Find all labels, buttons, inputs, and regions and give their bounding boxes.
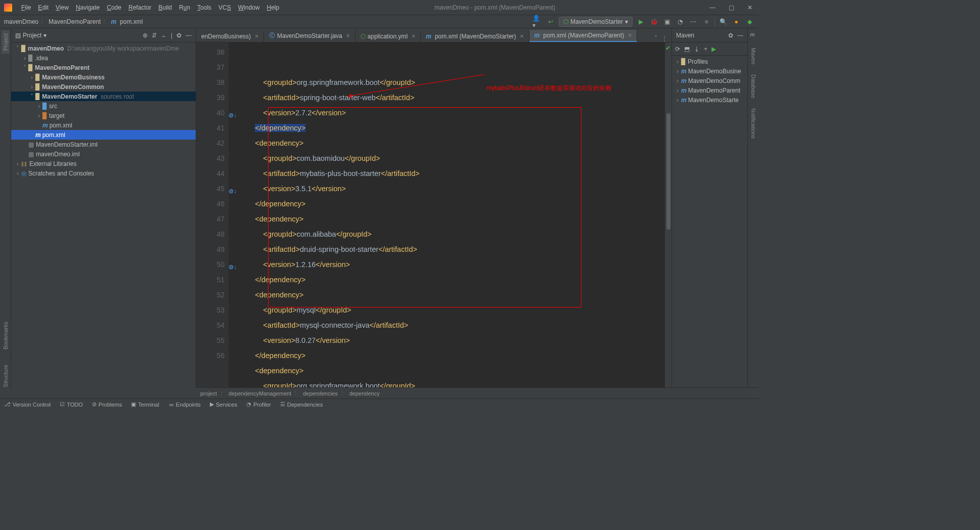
code-line[interactable]: <groupId>mysql</groupId>	[239, 302, 664, 318]
inspection-ok-icon[interactable]: ✔	[665, 45, 671, 52]
tool-version-control[interactable]: ⎇Version Control	[4, 401, 51, 408]
settings-icon[interactable]: ✿	[176, 32, 182, 39]
tree-root[interactable]: ˅▉mavenDmeo D:\wukangyou\My workspace\ma…	[11, 43, 196, 53]
code-line[interactable]: <dependency>	[239, 287, 664, 302]
code-line[interactable]: <dependency>	[239, 136, 664, 151]
tree-parent-pom[interactable]: mpom.xml	[11, 130, 196, 140]
minimize-button[interactable]: —	[707, 3, 718, 12]
reload-icon[interactable]: ⟳	[675, 46, 680, 53]
add-maven-icon[interactable]: +	[704, 46, 707, 53]
menu-refactor[interactable]: Refactor	[125, 2, 154, 13]
menu-build[interactable]: Build	[155, 2, 175, 13]
tab-business-pom[interactable]: enDemoBusiness)×	[196, 31, 264, 42]
tree-common[interactable]: ›▉MavenDemoCommon	[11, 82, 196, 92]
tree-src[interactable]: ›▉src	[11, 101, 196, 111]
crumb-project[interactable]: project	[200, 390, 217, 396]
code-line[interactable]: <artifactId>mysql-connector-java</artifa…	[239, 318, 664, 333]
crumb-depmgmt[interactable]: dependencyManagement	[229, 390, 291, 396]
breadcrumb-module[interactable]: MavenDemoParent	[49, 18, 101, 25]
run-configuration-selector[interactable]: ⬡ MavenDemoStarter ▾	[559, 17, 633, 27]
tab-starter-pom[interactable]: mpom.xml (MavenDemoStarter)×	[421, 31, 529, 42]
menu-vcs[interactable]: VCS	[215, 2, 234, 13]
menu-view[interactable]: View	[53, 2, 72, 13]
tool-services[interactable]: ▶Services	[210, 401, 237, 408]
close-icon[interactable]: ×	[520, 33, 524, 40]
menu-run[interactable]: Run	[176, 2, 193, 13]
close-icon[interactable]: ×	[628, 32, 632, 39]
search-everywhere-button[interactable]: 🔍	[718, 17, 728, 27]
code-line[interactable]: <version>2.7.2</version>	[239, 105, 664, 120]
run-maven-icon[interactable]: ▶	[711, 46, 716, 53]
tool-todo[interactable]: ☑TODO	[60, 401, 83, 408]
tree-root-iml[interactable]: ▦mavenDmeo.iml	[11, 149, 196, 159]
code-line[interactable]: <artifactId>druid-spring-boot-starter</a…	[239, 242, 664, 257]
project-view-title[interactable]: Project	[23, 32, 41, 39]
tab-parent-pom[interactable]: mpom.xml (MavenDemoParent)×	[529, 30, 638, 42]
ide-updates-icon[interactable]: ●	[731, 17, 741, 27]
code-line[interactable]: <version>8.0.27</version>	[239, 333, 664, 348]
code-line[interactable]: <artifactId>mybatis-plus-boot-starter</a…	[239, 166, 664, 181]
tree-starter-iml[interactable]: ▦MavenDemoStarter.iml	[11, 140, 196, 149]
chevron-down-icon[interactable]: ˅	[654, 35, 657, 42]
collapse-all-icon[interactable]: ⫠	[161, 32, 167, 39]
more-tabs-icon[interactable]: ⋮	[661, 35, 667, 42]
expand-all-icon[interactable]: ⇵	[152, 32, 157, 39]
tree-target[interactable]: ›▉target	[11, 111, 196, 120]
menu-window[interactable]: Window	[235, 2, 263, 13]
maven-tab-icon[interactable]: m	[750, 31, 755, 37]
maven-mod-common[interactable]: ›mMavenDemoComm	[672, 76, 747, 85]
maven-mod-business[interactable]: ›mMavenDemoBusine	[672, 66, 747, 76]
close-icon[interactable]: ×	[255, 33, 258, 40]
menu-code[interactable]: Code	[104, 2, 124, 13]
tree-starter[interactable]: ˅▉MavenDemoStarter sources root	[11, 92, 196, 101]
tool-bookmarks-tab[interactable]: Bookmarks	[3, 322, 9, 349]
generate-sources-icon[interactable]: ⬒	[684, 46, 690, 53]
editor-scrollbar[interactable]: ✔	[664, 42, 672, 387]
code-editor[interactable]: 3637383940414243444546474849505152535455…	[196, 42, 672, 387]
code-line[interactable]: </dependency>	[239, 196, 664, 211]
tool-profiler[interactable]: ◔Profiler	[246, 401, 271, 408]
tree-starter-pom[interactable]: mpom.xml	[11, 120, 196, 130]
code-line[interactable]: <version>3.5.1</version>	[239, 181, 664, 196]
settings-icon[interactable]: ✿	[728, 32, 733, 39]
tool-database-tab[interactable]: Database	[750, 74, 756, 98]
menu-tools[interactable]: Tools	[194, 2, 214, 13]
tree-scratches[interactable]: ›◎Scratches and Consoles	[11, 168, 196, 178]
code-with-me-icon[interactable]: ◆	[744, 17, 754, 27]
tool-endpoints[interactable]: ⫘Endpoints	[168, 402, 201, 408]
breadcrumb-file[interactable]: pom.xml	[120, 18, 143, 25]
code-line[interactable]: <groupId>com.baomidou</groupId>	[239, 151, 664, 166]
hide-icon[interactable]: —	[186, 32, 192, 39]
coverage-button[interactable]: ▣	[662, 17, 672, 27]
tool-notifications-tab[interactable]: Notifications	[750, 108, 756, 139]
run-button[interactable]: ▶	[636, 17, 646, 27]
code-line[interactable]: <groupId>com.alibaba</groupId>	[239, 227, 664, 242]
tab-starter-java[interactable]: ⒸMavenDemoStarter.java×	[264, 29, 355, 42]
line-gutter[interactable]: 3637383940414243444546474849505152535455…	[196, 42, 229, 387]
back-icon[interactable]: ↩	[546, 17, 556, 27]
code-line[interactable]: <groupId>org.springframework.boot</group…	[239, 378, 664, 387]
maven-mod-parent[interactable]: ›mMavenDemoParent	[672, 85, 747, 95]
tool-structure-tab[interactable]: Structure	[3, 365, 9, 387]
close-button[interactable]: ✕	[745, 3, 754, 12]
user-dropdown-icon[interactable]: 👤▾	[532, 17, 543, 27]
tool-project-tab[interactable]: Project	[2, 30, 10, 54]
tool-terminal[interactable]: ▣Terminal	[131, 401, 159, 408]
close-icon[interactable]: ×	[346, 32, 350, 39]
menu-navigate[interactable]: Navigate	[73, 2, 103, 13]
debug-button[interactable]: 🐞	[649, 17, 659, 27]
hide-icon[interactable]: —	[737, 32, 743, 39]
chevron-down-icon[interactable]: ▾	[43, 32, 47, 39]
maven-mod-starter[interactable]: ›mMavenDemoStarte	[672, 95, 747, 105]
scrollbar-thumb[interactable]	[666, 113, 671, 230]
tree-parent[interactable]: ˅▉MavenDemoParent	[11, 63, 196, 72]
breadcrumb-root[interactable]: mavenDmeo	[4, 18, 38, 25]
tool-dependencies[interactable]: ☰Dependencies	[280, 401, 323, 408]
tool-maven-tab[interactable]: Maven	[750, 48, 756, 64]
maven-profiles[interactable]: ›▉Profiles	[672, 57, 747, 66]
select-opened-file-icon[interactable]: ⊕	[143, 32, 148, 39]
close-icon[interactable]: ×	[412, 33, 415, 40]
code-line[interactable]: </dependency>	[239, 272, 664, 287]
maximize-button[interactable]: ▢	[727, 3, 736, 12]
tab-application-yml[interactable]: ⬡application.yml×	[355, 31, 421, 42]
